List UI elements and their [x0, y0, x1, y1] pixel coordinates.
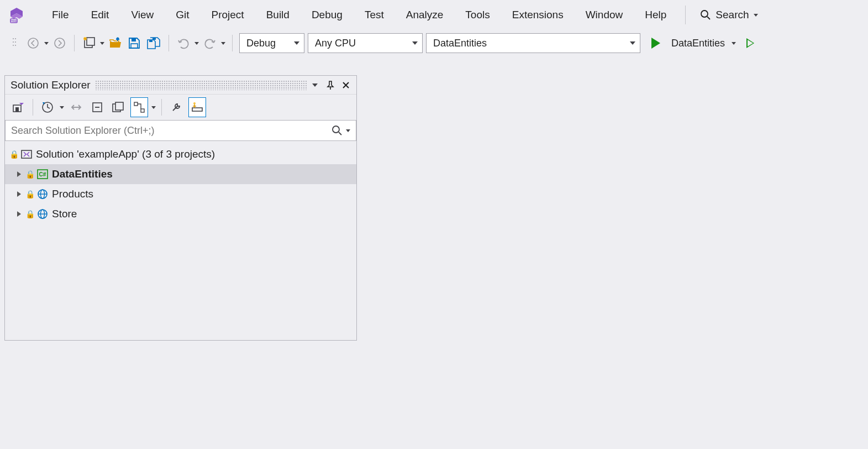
csharp-project-icon: C#: [36, 169, 49, 180]
close-icon: [342, 81, 350, 89]
menu-debug[interactable]: Debug: [302, 6, 353, 24]
pending-changes-filter-button[interactable]: [39, 97, 56, 117]
svg-point-12: [55, 38, 65, 48]
project-node-products[interactable]: 🔒 Products: [5, 184, 356, 204]
solution-explorer-panel: Solution Explorer: [4, 75, 357, 341]
nav-forward-button[interactable]: [52, 34, 67, 52]
svg-rect-17: [131, 44, 138, 48]
chevron-down-icon[interactable]: [194, 42, 199, 45]
lock-icon: 🔒: [25, 210, 33, 218]
platform-dropdown[interactable]: Any CPU: [308, 33, 423, 53]
menu-git[interactable]: Git: [166, 6, 199, 24]
start-debugging-button[interactable]: [648, 34, 664, 52]
chevron-down-icon[interactable]: [151, 106, 156, 109]
preview-button[interactable]: [188, 97, 206, 117]
separator: [74, 35, 75, 51]
menu-project[interactable]: Project: [202, 6, 254, 24]
svg-point-31: [333, 126, 339, 133]
chevron-down-icon[interactable]: [346, 129, 350, 132]
sync-button[interactable]: [67, 97, 85, 117]
menu-analyze[interactable]: Analyze: [396, 6, 454, 24]
collapse-all-button[interactable]: [88, 97, 106, 117]
expand-icon[interactable]: [17, 171, 21, 177]
svg-rect-19: [152, 38, 156, 40]
menu-test[interactable]: Test: [355, 6, 394, 24]
save-all-button[interactable]: [145, 34, 162, 52]
svg-line-3: [707, 17, 710, 19]
web-project-icon: [36, 189, 49, 200]
menu-help[interactable]: Help: [635, 6, 676, 24]
chevron-down-icon[interactable]: [60, 106, 64, 109]
project-label: Products: [52, 188, 93, 200]
lock-icon: 🔒: [25, 190, 33, 199]
svg-point-6: [15, 38, 16, 39]
startup-project-value: DataEntities: [433, 38, 487, 49]
track-active-item-button[interactable]: [130, 97, 148, 117]
search-menu[interactable]: Search: [695, 7, 763, 23]
chevron-down-icon[interactable]: [221, 42, 225, 45]
pin-button[interactable]: [323, 78, 338, 92]
expand-icon[interactable]: [17, 191, 21, 197]
separator: [169, 35, 169, 51]
start-without-debugging-button[interactable]: [743, 34, 758, 52]
grip[interactable]: [95, 80, 307, 90]
close-button[interactable]: [339, 78, 353, 92]
home-button[interactable]: [9, 97, 27, 117]
platform-value: Any CPU: [315, 38, 356, 49]
menu-build[interactable]: Build: [256, 6, 299, 24]
menu-view[interactable]: View: [121, 6, 164, 24]
svg-text:PRE: PRE: [10, 19, 17, 23]
redo-button[interactable]: [202, 34, 218, 52]
svg-point-2: [701, 11, 708, 17]
chevron-down-icon[interactable]: [100, 42, 104, 45]
svg-point-11: [28, 38, 38, 48]
solution-icon: [20, 149, 33, 160]
menu-edit[interactable]: Edit: [81, 6, 119, 24]
panel-title: Solution Explorer: [10, 79, 91, 91]
svg-point-10: [15, 45, 16, 46]
svg-rect-21: [15, 107, 19, 112]
startup-project-dropdown[interactable]: DataEntities: [426, 33, 640, 53]
solution-label: Solution 'exampleApp' (3 of 3 projects): [36, 148, 215, 160]
nav-back-button[interactable]: [25, 34, 41, 52]
search-label: Search: [716, 9, 749, 21]
save-button[interactable]: [127, 34, 142, 52]
main-toolbar: Debug Any CPU DataEntities DataEntities: [0, 30, 868, 56]
new-project-button[interactable]: [81, 34, 97, 52]
svg-rect-27: [134, 102, 138, 106]
panel-options-button[interactable]: [308, 78, 322, 92]
project-node-dataentities[interactable]: 🔒 C# DataEntities: [5, 164, 356, 184]
solution-node[interactable]: 🔒 Solution 'exampleApp' (3 of 3 projects…: [5, 144, 356, 164]
menu-extensions[interactable]: Extensions: [502, 6, 574, 24]
panel-header: Solution Explorer: [5, 76, 356, 95]
separator: [161, 99, 162, 116]
open-file-button[interactable]: [108, 34, 123, 52]
svg-point-8: [15, 41, 16, 43]
startup-label: DataEntities: [671, 38, 725, 49]
svg-rect-28: [141, 109, 144, 112]
separator: [232, 35, 233, 51]
solution-tree: 🔒 Solution 'exampleApp' (3 of 3 projects…: [5, 142, 356, 226]
expand-icon[interactable]: [17, 211, 21, 217]
svg-point-5: [13, 38, 14, 39]
chevron-down-icon[interactable]: [44, 42, 49, 45]
search-input[interactable]: [11, 125, 332, 137]
panel-search[interactable]: [5, 120, 356, 141]
chevron-down-icon: [294, 41, 299, 45]
configuration-dropdown[interactable]: Debug: [239, 33, 304, 53]
grip-icon[interactable]: [7, 34, 22, 52]
undo-button[interactable]: [176, 34, 191, 52]
chevron-down-icon[interactable]: [732, 42, 736, 45]
menu-file[interactable]: File: [42, 6, 79, 24]
project-node-store[interactable]: 🔒 Store: [5, 204, 356, 224]
menu-window[interactable]: Window: [576, 6, 633, 24]
project-label: DataEntities: [52, 168, 113, 180]
divider: [685, 6, 686, 24]
svg-line-32: [339, 132, 341, 135]
play-icon: [651, 38, 660, 49]
properties-button[interactable]: [167, 97, 185, 117]
show-all-files-button[interactable]: [109, 97, 127, 117]
menu-tools[interactable]: Tools: [455, 6, 499, 24]
lock-icon: 🔒: [25, 170, 33, 179]
svg-text:C#: C#: [39, 171, 46, 177]
